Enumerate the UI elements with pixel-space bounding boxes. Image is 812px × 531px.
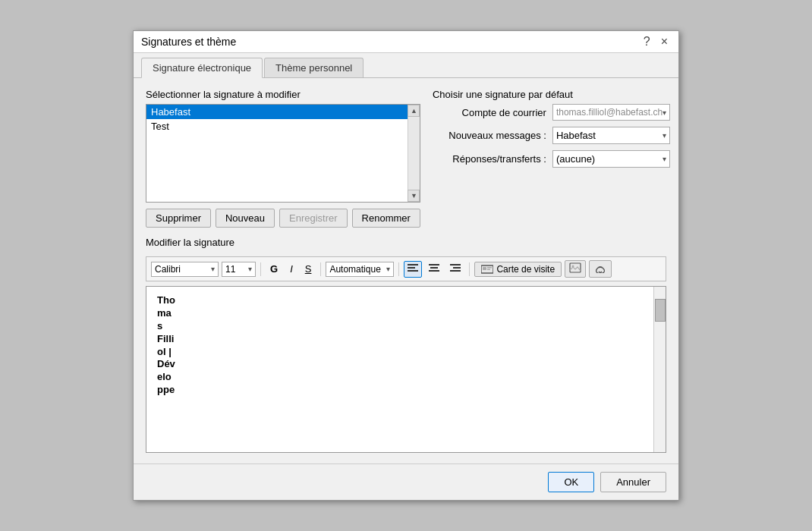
- insert-image-button[interactable]: [565, 260, 586, 278]
- align-right-button[interactable]: [446, 261, 464, 278]
- chevron-down-icon: ▾: [386, 265, 390, 273]
- svg-rect-0: [408, 264, 418, 266]
- list-item[interactable]: Test: [146, 119, 408, 134]
- hyperlink-button[interactable]: [589, 260, 612, 278]
- align-center-icon: [429, 264, 439, 273]
- sig-action-buttons: Supprimer Nouveau Enregistrer Renommer: [146, 209, 420, 228]
- replies-label: Réponses/transferts :: [433, 153, 546, 165]
- editor-toolbar: Calibri ▾ 11 ▾ G I S Automatique ▾: [146, 256, 666, 281]
- scrollbar-up-arrow[interactable]: ▲: [408, 105, 420, 117]
- list-item[interactable]: Habefast: [146, 105, 408, 119]
- sig-selector-label: Sélectionner la signature à modifier: [146, 89, 420, 100]
- editor-area[interactable]: ThomasFilliol |Développe ▲ ▼: [146, 286, 666, 453]
- title-bar-controls: ? ×: [640, 36, 671, 48]
- font-name-value: Calibri: [155, 264, 208, 275]
- sig-list-scrollbar[interactable]: ▲ ▼: [408, 105, 420, 202]
- delete-button[interactable]: Supprimer: [146, 209, 211, 228]
- chevron-down-icon: ▾: [663, 131, 666, 140]
- align-right-icon: [450, 264, 461, 273]
- align-left-button[interactable]: [404, 261, 422, 278]
- color-select[interactable]: Automatique ▾: [326, 262, 394, 277]
- carte-label: Carte de visite: [496, 264, 555, 275]
- svg-rect-2: [408, 270, 418, 272]
- replies-row: Réponses/transferts : (aucune) ▾: [433, 150, 670, 168]
- svg-rect-3: [429, 264, 439, 266]
- tab-signature[interactable]: Signature électronique: [141, 58, 263, 78]
- default-sig-grid: Compte de courrier thomas.filliol@habefa…: [433, 104, 670, 168]
- svg-rect-6: [450, 264, 461, 266]
- default-sig-panel: Choisir une signature par défaut Compte …: [433, 89, 670, 228]
- replies-value: (aucune): [556, 153, 595, 165]
- editor-scrollbar[interactable]: [653, 287, 666, 452]
- font-size-select[interactable]: 11 ▾: [222, 262, 256, 277]
- scrollbar-down-arrow[interactable]: ▼: [408, 190, 420, 202]
- svg-rect-8: [450, 270, 461, 272]
- font-name-select[interactable]: Calibri ▾: [151, 262, 219, 277]
- chevron-down-icon: ▾: [211, 265, 215, 273]
- dialog-body: Sélectionner la signature à modifier Hab…: [134, 78, 678, 463]
- account-row: Compte de courrier thomas.filliol@habefa…: [433, 104, 670, 121]
- toolbar-separator: [398, 262, 399, 276]
- save-button[interactable]: Enregistrer: [279, 209, 348, 228]
- new-button[interactable]: Nouveau: [216, 209, 275, 228]
- font-size-value: 11: [225, 264, 245, 275]
- account-value: thomas.filliol@habefast.ch: [556, 107, 663, 118]
- toolbar-separator: [260, 262, 261, 276]
- chevron-down-icon: ▾: [248, 265, 252, 273]
- help-button[interactable]: ?: [640, 36, 653, 48]
- new-messages-row: Nouveaux messages : Habefast ▾: [433, 127, 670, 144]
- svg-rect-13: [570, 263, 581, 272]
- dialog-title: Signatures et thème: [141, 36, 236, 48]
- new-messages-select[interactable]: Habefast ▾: [552, 127, 670, 144]
- align-left-icon: [408, 264, 418, 273]
- top-panels: Sélectionner la signature à modifier Hab…: [146, 89, 666, 228]
- svg-rect-12: [487, 269, 490, 270]
- sig-selector-panel: Sélectionner la signature à modifier Hab…: [146, 89, 420, 228]
- editor-section: Modifier la signature Calibri ▾ 11 ▾ G I…: [146, 237, 666, 453]
- toolbar-separator: [469, 262, 470, 276]
- cancel-button[interactable]: Annuler: [600, 472, 666, 492]
- rename-button[interactable]: Renommer: [352, 209, 420, 228]
- editor-content: ThomasFilliol |Développe: [157, 294, 646, 397]
- carte-icon: [481, 265, 493, 274]
- tab-bar: Signature électronique Thème personnel: [134, 53, 678, 78]
- underline-button[interactable]: S: [301, 261, 316, 277]
- color-value: Automatique: [329, 264, 380, 275]
- editor-section-label: Modifier la signature: [146, 237, 666, 248]
- svg-rect-5: [429, 270, 439, 272]
- new-messages-label: Nouveaux messages :: [433, 130, 546, 141]
- close-button[interactable]: ×: [658, 36, 671, 48]
- sig-list-inner: Habefast Test: [146, 105, 408, 134]
- scrollbar-track: [408, 117, 420, 190]
- scrollbar-thumb: [655, 299, 666, 322]
- carte-de-visite-button[interactable]: Carte de visite: [474, 262, 562, 277]
- image-icon: [569, 262, 581, 273]
- chevron-down-icon: ▾: [663, 108, 666, 117]
- italic-button[interactable]: I: [285, 261, 297, 277]
- new-messages-value: Habefast: [556, 130, 596, 141]
- default-sig-label: Choisir une signature par défaut: [433, 89, 670, 100]
- bold-button[interactable]: G: [266, 261, 282, 277]
- account-label: Compte de courrier: [433, 107, 546, 118]
- svg-rect-4: [430, 267, 438, 269]
- svg-rect-10: [483, 267, 486, 270]
- svg-rect-11: [487, 267, 492, 269]
- svg-rect-7: [453, 267, 461, 269]
- align-center-button[interactable]: [425, 261, 443, 278]
- signatures-dialog: Signatures et thème ? × Signature électr…: [133, 30, 679, 501]
- svg-rect-1: [408, 267, 415, 269]
- toolbar-separator: [320, 262, 321, 276]
- title-bar: Signatures et thème ? ×: [134, 31, 678, 53]
- sig-list[interactable]: Habefast Test ▲ ▼: [146, 104, 420, 203]
- replies-select[interactable]: (aucune) ▾: [552, 150, 670, 168]
- account-select[interactable]: thomas.filliol@habefast.ch ▾: [552, 104, 670, 121]
- dialog-footer: OK Annuler: [134, 463, 678, 500]
- tab-theme[interactable]: Thème personnel: [264, 58, 364, 77]
- ok-button[interactable]: OK: [548, 472, 594, 492]
- chevron-down-icon: ▾: [663, 155, 666, 163]
- link-icon: [593, 262, 607, 273]
